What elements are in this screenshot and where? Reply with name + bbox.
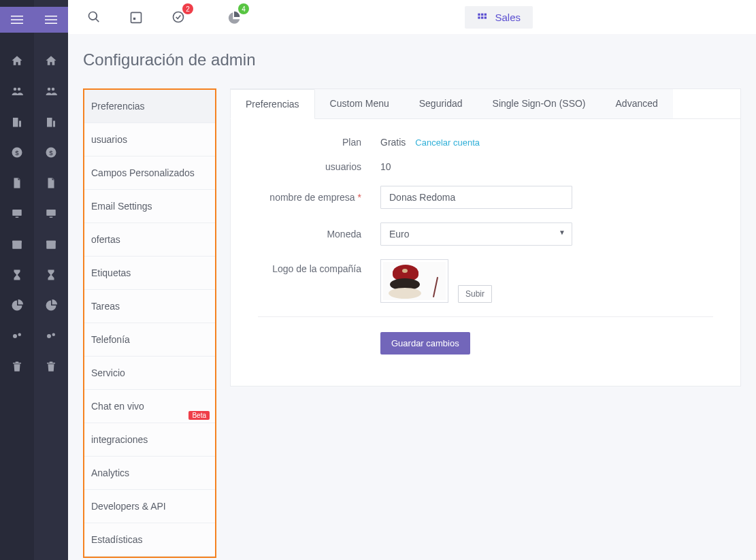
currency-icon[interactable]: $	[0, 137, 34, 167]
row-logo: Logo de la compañía Subir	[258, 259, 713, 303]
search-icon[interactable]	[87, 10, 101, 24]
label-company: nombre de empresa *	[258, 192, 380, 203]
desktop-icon[interactable]	[34, 198, 68, 229]
settings-nav-item[interactable]: Chat en vivoBeta	[84, 390, 215, 423]
svg-rect-34	[484, 16, 487, 18]
svg-point-3	[14, 87, 17, 90]
svg-rect-30	[481, 14, 483, 16]
svg-rect-13	[45, 16, 57, 17]
tasks-icon[interactable]: 2	[171, 10, 185, 24]
settings-nav-item[interactable]: usuarios	[84, 123, 215, 157]
document-icon[interactable]	[34, 167, 68, 198]
currency-select[interactable]: Euro	[380, 223, 572, 246]
svg-point-28	[174, 12, 184, 22]
row-users: usuarios 10	[258, 161, 713, 172]
building-icon[interactable]	[34, 106, 68, 137]
tab[interactable]: Single Sign-On (SSO)	[478, 89, 601, 118]
analytics-top-icon[interactable]: 4	[227, 10, 241, 24]
tab[interactable]: Custom Menu	[315, 89, 404, 118]
svg-rect-31	[484, 14, 487, 16]
company-logo-preview	[380, 259, 448, 303]
topbar: 2 4 Sales	[68, 0, 756, 34]
settings-nav-item[interactable]: integraciones	[84, 423, 215, 457]
calendar-icon[interactable]	[0, 229, 34, 259]
currency-icon[interactable]: $	[34, 137, 68, 167]
settings-nav-item[interactable]: Preferencias	[84, 90, 215, 123]
svg-rect-14	[45, 19, 57, 20]
gears-icon[interactable]	[34, 320, 68, 351]
row-company: nombre de empresa *	[258, 186, 713, 209]
building-icon[interactable]	[0, 106, 34, 137]
label-users: usuarios	[258, 161, 380, 172]
upload-logo-button[interactable]: Subir	[458, 285, 492, 303]
svg-rect-1	[11, 19, 23, 20]
pie-icon[interactable]	[0, 290, 34, 320]
svg-rect-15	[45, 23, 57, 24]
company-name-input[interactable]	[380, 186, 572, 209]
tab[interactable]: Seguridad	[404, 89, 478, 118]
pie-icon[interactable]	[34, 290, 68, 320]
beta-badge: Beta	[188, 411, 210, 420]
settings-nav-item[interactable]: Analytics	[84, 457, 215, 490]
sales-button[interactable]: Sales	[465, 6, 533, 29]
tab[interactable]: Preferencias	[230, 89, 315, 119]
svg-rect-21	[50, 216, 53, 218]
settings-nav-item[interactable]: Tareas	[84, 290, 215, 323]
desktop-icon[interactable]	[0, 198, 34, 229]
settings-nav-item[interactable]: Developers & API	[84, 490, 215, 523]
tabs: PreferenciasCustom MenuSeguridadSingle S…	[231, 89, 740, 119]
settings-nav-item[interactable]: Campos Personalizados	[84, 157, 215, 190]
svg-rect-20	[46, 210, 56, 216]
svg-rect-10	[12, 240, 22, 242]
settings-nav: PreferenciasusuariosCampos Personalizado…	[83, 88, 216, 558]
save-button[interactable]: Guardar cambios	[380, 332, 470, 355]
svg-rect-29	[478, 14, 480, 16]
label-logo: Logo de la compañía	[258, 259, 380, 274]
svg-point-25	[52, 333, 56, 336]
svg-rect-2	[11, 23, 23, 24]
svg-rect-33	[481, 16, 483, 18]
icon-rail-inner: $	[34, 0, 68, 560]
form-separator	[258, 316, 713, 317]
menu-toggle-inner[interactable]	[34, 7, 68, 33]
page: Configuración de admin Preferenciasusuar…	[68, 34, 756, 560]
page-title: Configuración de admin	[83, 50, 741, 69]
document-icon[interactable]	[0, 167, 34, 198]
tasks-badge: 2	[182, 3, 193, 14]
hourglass-icon[interactable]	[0, 259, 34, 290]
svg-rect-8	[16, 216, 19, 218]
svg-point-17	[52, 87, 55, 90]
trash-icon[interactable]	[0, 351, 34, 382]
settings-card: PreferenciasCustom MenuSeguridadSingle S…	[230, 88, 741, 386]
settings-nav-item[interactable]: Estadísticas	[84, 523, 215, 557]
hourglass-icon[interactable]	[34, 259, 68, 290]
settings-nav-item[interactable]: ofertas	[84, 223, 215, 257]
svg-rect-27	[133, 18, 135, 20]
svg-point-4	[18, 87, 21, 90]
home-icon[interactable]	[0, 45, 34, 76]
calendar-icon[interactable]	[34, 229, 68, 259]
home-icon[interactable]	[34, 45, 68, 76]
gears-icon[interactable]	[0, 320, 34, 351]
svg-rect-26	[131, 12, 142, 22]
label-currency: Moneda	[258, 229, 380, 240]
trash-icon[interactable]	[34, 351, 68, 382]
settings-nav-item[interactable]: Telefonía	[84, 323, 215, 357]
calendar-today-icon[interactable]	[129, 10, 143, 24]
settings-nav-item[interactable]: Email Settings	[84, 190, 215, 223]
people-icon[interactable]	[0, 76, 34, 106]
svg-rect-0	[11, 16, 23, 17]
svg-rect-7	[12, 210, 22, 216]
cancel-account-link[interactable]: Cancelar cuenta	[415, 137, 480, 148]
row-plan: Plan Gratis Cancelar cuenta	[258, 137, 713, 148]
people-icon[interactable]	[34, 76, 68, 106]
plan-value: Gratis	[380, 137, 406, 148]
settings-nav-item[interactable]: Etiquetas	[84, 257, 215, 290]
tab[interactable]: Advanced	[601, 89, 673, 118]
grid-icon	[477, 12, 488, 22]
svg-point-11	[13, 334, 17, 338]
settings-nav-item[interactable]: Servicio	[84, 357, 215, 390]
menu-toggle-outer[interactable]	[0, 7, 34, 33]
label-plan: Plan	[258, 137, 380, 148]
sales-label: Sales	[495, 12, 521, 23]
